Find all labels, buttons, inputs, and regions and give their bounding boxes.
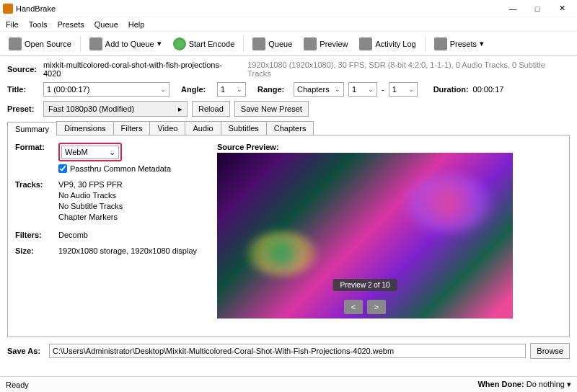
preview-icon <box>304 37 317 50</box>
size-value: 1920x1080 storage, 1920x1080 display <box>58 246 197 255</box>
menu-presets[interactable]: Presets <box>57 20 84 29</box>
source-preview-label: Source Preview: <box>217 143 562 151</box>
film-icon <box>9 37 22 50</box>
passthru-checkbox[interactable]: Passthru Common Metadata <box>58 164 171 173</box>
app-icon <box>3 4 13 14</box>
preset-label: Preset: <box>7 104 39 113</box>
save-as-label: Save As: <box>7 347 45 355</box>
minimize-button[interactable]: — <box>501 1 525 17</box>
status-text: Ready <box>6 380 29 389</box>
tab-chapters[interactable]: Chapters <box>266 121 314 135</box>
track-line: No Subtitle Tracks <box>58 202 123 210</box>
title-dropdown[interactable]: 1 (00:00:17)⌄ <box>43 82 169 97</box>
when-done-dropdown[interactable]: Do nothing ▾ <box>527 380 571 388</box>
preset-dropdown[interactable]: Fast 1080p30 (Modified)▸ <box>43 101 188 117</box>
open-source-button[interactable]: Open Source <box>4 35 76 53</box>
queue-icon <box>252 37 265 50</box>
duration-label: Duration: <box>433 85 469 94</box>
save-as-input[interactable] <box>49 344 526 358</box>
source-label: Source: <box>7 65 39 74</box>
range-type-dropdown[interactable]: Chapters⌄ <box>294 82 344 97</box>
tracks-label: Tracks: <box>15 180 58 189</box>
filters-value: Decomb <box>58 231 88 239</box>
when-done-label: When Done: <box>477 380 524 388</box>
reload-button[interactable]: Reload <box>192 101 230 117</box>
presets-button[interactable]: Presets▾ <box>430 35 488 53</box>
source-preview-image[interactable]: Preview 2 of 10 < > <box>217 153 513 318</box>
play-icon <box>173 37 186 50</box>
source-info: 1920x1080 (1920x1080), 30 FPS, SDR (8-bi… <box>247 61 570 78</box>
title-label: Title: <box>7 85 39 94</box>
menu-tools[interactable]: Tools <box>29 20 48 29</box>
track-line: VP9, 30 FPS PFR <box>58 180 123 189</box>
size-label: Size: <box>15 246 58 255</box>
range-to-dropdown[interactable]: 1⌄ <box>389 82 418 97</box>
range-from-dropdown[interactable]: 1⌄ <box>348 82 377 97</box>
menu-file[interactable]: File <box>6 20 19 29</box>
track-line: Chapter Markers <box>58 213 123 221</box>
preview-counter: Preview 2 of 10 <box>333 279 397 291</box>
close-button[interactable]: ✕ <box>550 1 574 17</box>
filters-label: Filters: <box>15 231 58 239</box>
browse-button[interactable]: Browse <box>530 343 570 359</box>
source-name: mixkit-multicolored-coral-shot-with-fish… <box>43 61 239 78</box>
menu-help[interactable]: Help <box>128 20 145 29</box>
tab-dimensions[interactable]: Dimensions <box>56 121 113 135</box>
presets-icon <box>434 37 447 50</box>
preview-next-button[interactable]: > <box>367 300 386 314</box>
tab-subtitles[interactable]: Subtitles <box>221 121 267 135</box>
add-to-queue-button[interactable]: Add to Queue▾ <box>85 35 166 53</box>
angle-label: Angle: <box>181 85 213 94</box>
menu-queue[interactable]: Queue <box>94 20 118 29</box>
format-highlight: WebM⌄ <box>58 143 122 161</box>
queue-button[interactable]: Queue <box>248 35 296 53</box>
start-encode-button[interactable]: Start Encode <box>169 35 239 53</box>
add-queue-icon <box>89 37 102 50</box>
tab-summary[interactable]: Summary <box>7 122 57 135</box>
format-label: Format: <box>15 143 58 151</box>
tab-video[interactable]: Video <box>149 121 185 135</box>
duration-value: 00:00:17 <box>473 85 504 94</box>
tab-audio[interactable]: Audio <box>185 121 221 135</box>
save-new-preset-button[interactable]: Save New Preset <box>234 101 309 117</box>
window-title: HandBrake <box>16 4 501 13</box>
track-line: No Audio Tracks <box>58 191 123 200</box>
activity-log-button[interactable]: Activity Log <box>355 35 420 53</box>
log-icon <box>359 37 372 50</box>
preview-prev-button[interactable]: < <box>344 300 363 314</box>
format-dropdown[interactable]: WebM⌄ <box>61 146 119 159</box>
angle-dropdown[interactable]: 1⌄ <box>217 82 246 97</box>
tab-filters[interactable]: Filters <box>113 121 151 135</box>
preview-button[interactable]: Preview <box>299 35 352 53</box>
range-label: Range: <box>257 85 289 94</box>
maximize-button[interactable]: □ <box>525 1 550 17</box>
